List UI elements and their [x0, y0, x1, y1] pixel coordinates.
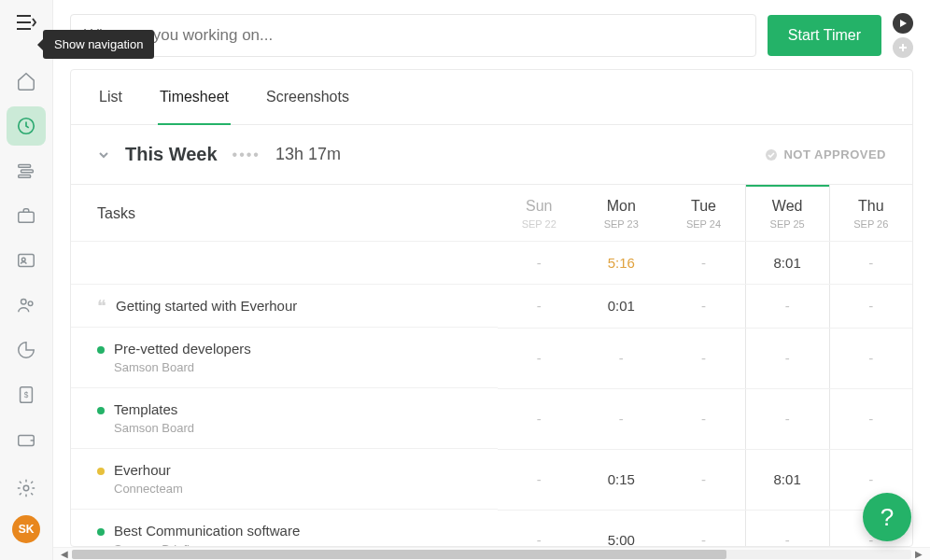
week-total: 13h 17m	[275, 145, 341, 164]
cell[interactable]: -	[829, 285, 912, 329]
nav-projects[interactable]	[7, 196, 46, 235]
hamburger-icon	[16, 14, 36, 31]
scroll-track[interactable]	[72, 550, 911, 559]
cell[interactable]: -	[745, 510, 829, 546]
cell[interactable]: -	[745, 328, 829, 388]
cell[interactable]: -	[498, 510, 580, 546]
cell[interactable]: -	[662, 285, 745, 329]
menu-toggle-button[interactable]	[13, 9, 39, 35]
chevron-down-icon	[97, 148, 110, 161]
task-project: Samson Board	[114, 421, 194, 435]
task-name[interactable]: Pre-vetted developers	[114, 341, 251, 357]
status-dot-icon	[97, 407, 105, 414]
cell[interactable]: -	[745, 285, 829, 329]
cell[interactable]: -	[580, 328, 662, 388]
scroll-right-button[interactable]: ▶	[911, 549, 926, 559]
play-icon	[898, 19, 908, 28]
collapse-week-button[interactable]	[97, 148, 110, 161]
scroll-left-button[interactable]: ◀	[57, 549, 72, 559]
tab-screenshots[interactable]: Screenshots	[264, 70, 351, 124]
timesheet-table: Tasks SunSEP 22 MonSEP 23 TueSEP 24 WedS…	[71, 185, 912, 546]
row-totals: - 5:16 - 8:01 -	[71, 242, 912, 285]
col-tasks: Tasks	[71, 185, 498, 242]
svg-rect-6	[19, 175, 31, 178]
cell[interactable]: -	[829, 328, 912, 388]
cell[interactable]: -	[662, 510, 745, 546]
nav-tooltip: Show navigation	[43, 30, 154, 59]
home-icon	[16, 71, 36, 91]
nav-reports[interactable]	[7, 330, 46, 370]
cell[interactable]: -	[498, 449, 580, 510]
plus-icon	[898, 43, 908, 52]
nav-clients[interactable]	[7, 241, 46, 280]
approval-status-label: NOT APPROVED	[783, 147, 886, 161]
play-button[interactable]	[893, 13, 913, 34]
user-avatar[interactable]: SK	[12, 515, 40, 543]
cell[interactable]: 5:00	[580, 510, 662, 546]
nav-invoices[interactable]: $	[7, 375, 46, 414]
col-sun: SunSEP 22	[498, 185, 580, 242]
cell[interactable]: 0:01	[580, 285, 662, 329]
cell[interactable]: -	[580, 388, 662, 449]
svg-point-11	[28, 301, 33, 306]
table-row: ❝ Getting started with Everhour - 0:01 -…	[71, 285, 912, 329]
svg-point-9	[21, 258, 25, 261]
cell[interactable]: -	[662, 328, 745, 388]
cell[interactable]: -	[662, 449, 745, 510]
nav-time[interactable]	[7, 106, 46, 146]
horizontal-scrollbar[interactable]: ◀ ▶	[53, 547, 930, 560]
table-row: EverhourConnecteam - 0:15 - 8:01 -	[71, 449, 912, 510]
task-project: Connecteam	[114, 482, 183, 496]
nav-expenses[interactable]	[7, 420, 46, 459]
col-mon: MonSEP 23	[580, 185, 662, 242]
cell[interactable]: -	[829, 388, 912, 449]
task-input[interactable]	[70, 14, 756, 57]
nav-team[interactable]	[7, 286, 46, 325]
cell[interactable]: -	[745, 388, 829, 449]
svg-text:$: $	[24, 391, 29, 399]
timesheet-card: List Timesheet Screenshots This Week •••…	[70, 69, 913, 547]
cell[interactable]: -	[662, 388, 745, 449]
clock-icon	[16, 116, 36, 136]
table-row: TemplatesSamson Board - - - - -	[71, 388, 912, 449]
add-button[interactable]	[893, 37, 913, 58]
help-button[interactable]: ?	[863, 493, 911, 541]
cell[interactable]: 5:16	[580, 242, 662, 285]
task-project: Samson Briefing	[114, 542, 300, 546]
week-summary: This Week •••• 13h 17m NOT APPROVED	[71, 125, 912, 185]
cell[interactable]: 8:01	[745, 242, 829, 285]
more-options-button[interactable]: ••••	[232, 147, 261, 163]
start-timer-button[interactable]: Start Timer	[768, 15, 881, 56]
cell[interactable]: -	[498, 328, 580, 388]
task-name[interactable]: Templates	[114, 401, 194, 417]
scroll-thumb[interactable]	[72, 550, 726, 559]
cell[interactable]: 8:01	[745, 449, 829, 510]
nav-home[interactable]	[7, 62, 46, 101]
week-title: This Week	[125, 144, 218, 165]
cell[interactable]: -	[662, 242, 745, 285]
svg-rect-8	[19, 255, 35, 267]
svg-rect-5	[21, 170, 34, 173]
quote-icon: ❝	[97, 300, 106, 313]
status-dot-icon	[97, 468, 105, 475]
cell[interactable]: -	[498, 242, 580, 285]
cell[interactable]: 0:15	[580, 449, 662, 510]
task-name[interactable]: Getting started with Everhour	[116, 298, 297, 314]
cell[interactable]: -	[829, 242, 912, 285]
table-row: Pre-vetted developersSamson Board - - - …	[71, 328, 912, 388]
pie-chart-icon	[16, 340, 36, 360]
tab-list[interactable]: List	[97, 70, 124, 124]
nav-settings[interactable]	[7, 469, 46, 508]
task-project: Samson Board	[114, 360, 251, 374]
nav-tasks[interactable]	[7, 151, 46, 190]
tab-timesheet[interactable]: Timesheet	[158, 70, 231, 124]
status-dot-icon	[97, 346, 105, 354]
cell[interactable]: -	[498, 285, 580, 329]
status-dot-icon	[97, 528, 105, 536]
check-circle-icon	[765, 148, 778, 161]
timer-quick-actions	[893, 13, 913, 58]
cell[interactable]: -	[498, 388, 580, 449]
task-name[interactable]: Best Communication software	[114, 523, 300, 539]
top-bar: Start Timer	[53, 0, 930, 69]
task-name[interactable]: Everhour	[114, 462, 183, 478]
